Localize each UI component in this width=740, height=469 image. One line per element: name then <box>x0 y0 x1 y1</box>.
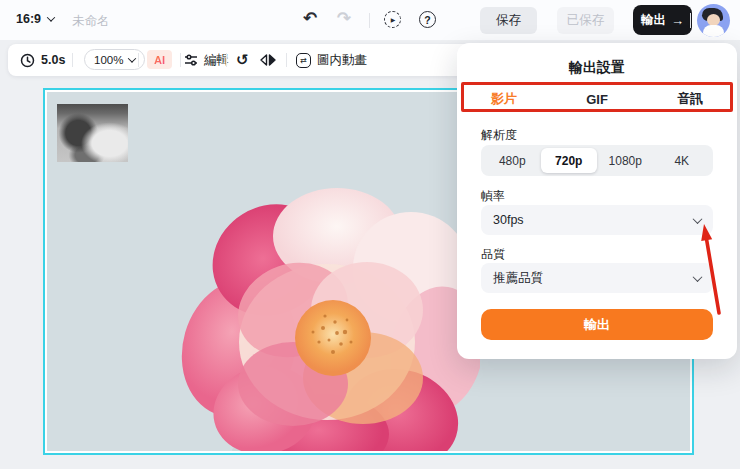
help-icon[interactable]: ? <box>419 11 436 28</box>
chevron-down-icon <box>128 54 136 62</box>
quality-dropdown[interactable]: 推薦品質 <box>481 263 713 293</box>
resolution-segmented-control: 480p 720p 1080p 4K <box>481 145 713 176</box>
ai-badge-label: AI <box>154 54 165 66</box>
avatar-shirt <box>703 25 724 37</box>
export-confirm-button[interactable]: 輸出 <box>481 309 713 340</box>
export-button-label: 輸出 <box>641 12 666 29</box>
motion-icon: ⇄ <box>296 53 311 68</box>
resolution-option-1080p[interactable]: 1080p <box>597 148 654 173</box>
export-settings-panel: 輸出設置 影片 GIF 音訊 解析度 480p 720p 1080p 4K 幀率… <box>457 43 737 359</box>
chevron-down-icon <box>693 214 703 224</box>
framerate-label: 幀率 <box>481 188 505 205</box>
aspect-ratio-value: 16:9 <box>16 12 41 26</box>
export-format-tabs: 影片 GIF 音訊 <box>457 84 737 114</box>
tab-video[interactable]: 影片 <box>457 84 550 114</box>
flip-icon[interactable] <box>260 44 276 76</box>
framerate-value: 30fps <box>493 213 524 227</box>
edit-button[interactable]: 編輯 <box>184 44 229 76</box>
duration-value: 5.0s <box>41 53 65 67</box>
resolution-option-480p[interactable]: 480p <box>484 148 541 173</box>
duration-control[interactable]: 5.0s <box>20 44 65 76</box>
clock-icon <box>20 53 35 68</box>
divider <box>286 53 287 67</box>
quality-label: 品質 <box>481 246 505 263</box>
divider <box>138 53 139 67</box>
divider <box>180 53 181 67</box>
flip-glyph <box>260 53 276 67</box>
zoom-level-value: 100% <box>94 54 123 66</box>
sliders-icon <box>184 53 198 67</box>
ai-tools-button[interactable]: AI <box>147 50 172 69</box>
chevron-down-icon <box>693 272 703 282</box>
undo-icon[interactable]: ↶ <box>303 10 317 27</box>
tab-gif[interactable]: GIF <box>550 84 643 114</box>
app-window: 16:9 未命名 ↶ ↷ ▶ ? 保存 已保存 輸出 → 5.0s <box>0 0 740 469</box>
play-glyph: ▶ <box>391 16 396 23</box>
quality-value: 推薦品質 <box>493 270 543 287</box>
divider <box>690 13 691 28</box>
motion-button[interactable]: ⇄ 圖内動畫 <box>296 44 367 76</box>
grayscale-photo-thumbnail[interactable] <box>57 104 128 162</box>
zoom-level-select[interactable]: 100% <box>84 49 145 70</box>
redo-icon: ↷ <box>337 10 351 27</box>
resolution-option-720p[interactable]: 720p <box>541 148 598 173</box>
save-button[interactable]: 保存 <box>480 7 537 34</box>
export-button[interactable]: 輸出 → <box>633 5 692 35</box>
top-bar: 16:9 未命名 ↶ ↷ ▶ ? 保存 已保存 輸出 → <box>0 0 740 40</box>
divider <box>72 53 73 67</box>
tab-audio[interactable]: 音訊 <box>644 84 737 114</box>
swap-glyph: ⇄ <box>300 56 307 65</box>
motion-label: 圖内動畫 <box>317 52 367 69</box>
divider <box>369 13 370 28</box>
rotate-icon[interactable]: ↺ <box>236 44 249 76</box>
resolution-label: 解析度 <box>481 127 517 144</box>
preview-play-icon[interactable]: ▶ <box>384 11 401 28</box>
panel-title: 輸出設置 <box>457 59 737 77</box>
resolution-option-4k[interactable]: 4K <box>654 148 711 173</box>
user-avatar[interactable] <box>697 4 730 37</box>
chevron-down-icon <box>47 13 55 21</box>
help-glyph: ? <box>424 14 430 26</box>
divider <box>226 53 227 67</box>
project-name[interactable]: 未命名 <box>72 13 110 30</box>
arrow-right-icon: → <box>671 13 684 28</box>
aspect-ratio-select[interactable]: 16:9 <box>16 12 54 26</box>
saved-button: 已保存 <box>557 7 614 34</box>
rose-flower-image[interactable] <box>175 182 480 453</box>
framerate-dropdown[interactable]: 30fps <box>481 205 713 235</box>
